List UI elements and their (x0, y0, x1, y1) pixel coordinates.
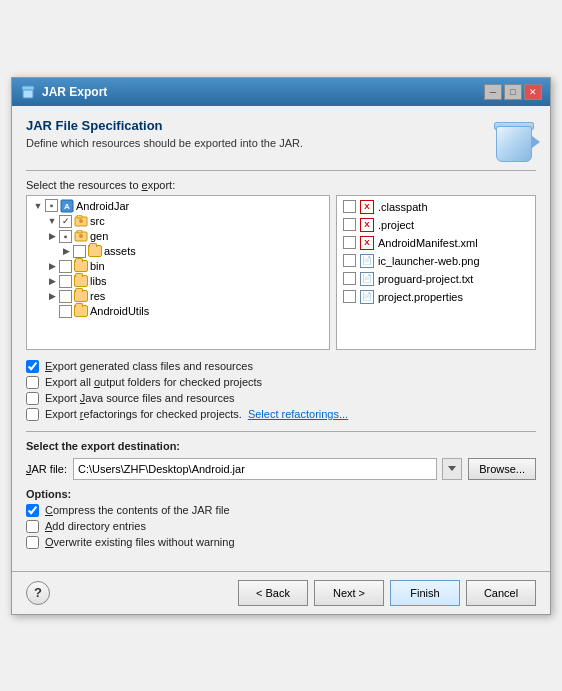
doc-icon-projectproperties: 📄 (360, 290, 374, 304)
label-res: res (90, 290, 105, 302)
checkbox-bin[interactable] (59, 260, 72, 273)
cancel-button[interactable]: Cancel (466, 580, 536, 606)
overwrite-checkbox[interactable] (26, 536, 39, 549)
overwrite-label: Overwrite existing files without warning (45, 536, 235, 548)
add-directory-label: Add directory entries (45, 520, 146, 532)
bottom-bar: ? < Back Next > Finish Cancel (12, 571, 550, 614)
export-java-checkbox[interactable] (26, 392, 39, 405)
minimize-button[interactable]: ─ (484, 84, 502, 100)
expand-androidjar[interactable]: ▼ (33, 201, 43, 211)
label-proguard: proguard-project.txt (378, 273, 473, 285)
checkbox-androidjar[interactable] (45, 199, 58, 212)
tree-item-libs[interactable]: ▶ libs (29, 274, 327, 289)
expand-bin[interactable]: ▶ (47, 261, 57, 271)
tree-item-res[interactable]: ▶ res (29, 289, 327, 304)
navigation-buttons: < Back Next > Finish Cancel (238, 580, 536, 606)
header-text: JAR File Specification Define which reso… (26, 118, 303, 159)
close-button[interactable]: ✕ (524, 84, 542, 100)
checkbox-gen[interactable] (59, 230, 72, 243)
compress-label: Compress the contents of the JAR file (45, 504, 230, 516)
checkbox-iclauncher[interactable] (343, 254, 356, 267)
folder-icon-assets (88, 245, 102, 257)
checkbox-assets[interactable] (73, 245, 86, 258)
expand-gen[interactable]: ▶ (47, 231, 57, 241)
jar-file-label: JAR file: (26, 463, 67, 475)
expand-src[interactable]: ▼ (47, 216, 57, 226)
file-item-androidmanifest[interactable]: X AndroidManifest.xml (339, 234, 533, 252)
jar-body (496, 126, 532, 162)
file-item-classpath[interactable]: X .classpath (339, 198, 533, 216)
destination-label: Select the export destination: (26, 440, 536, 452)
resources-label: Select the resources to export: (26, 179, 536, 191)
destination-row: JAR file: Browse... (26, 458, 536, 480)
finish-button[interactable]: Finish (390, 580, 460, 606)
export-output-checkbox[interactable] (26, 376, 39, 389)
label-androidutils: AndroidUtils (90, 305, 149, 317)
checkbox-libs[interactable] (59, 275, 72, 288)
export-options-section: Export generated class files and resourc… (26, 360, 536, 421)
checkbox-androidmanifest[interactable] (343, 236, 356, 249)
tree-item-androidutils[interactable]: AndroidUtils (29, 304, 327, 319)
expand-assets[interactable]: ▶ (61, 246, 71, 256)
tree-item-gen[interactable]: ▶ gen (29, 229, 327, 244)
file-item-projectproperties[interactable]: 📄 project.properties (339, 288, 533, 306)
back-button[interactable]: < Back (238, 580, 308, 606)
label-libs: libs (90, 275, 107, 287)
label-gen: gen (90, 230, 108, 242)
file-item-iclauncher[interactable]: 📄 ic_launcher-web.png (339, 252, 533, 270)
tree-item-assets[interactable]: ▶ assets (29, 244, 327, 259)
folder-icon-androidutils (74, 305, 88, 317)
compress-checkbox[interactable] (26, 504, 39, 517)
svg-rect-1 (22, 86, 34, 90)
window-title: JAR Export (42, 85, 107, 99)
export-output-label: Export all output folders for checked pr… (45, 376, 262, 388)
file-item-project[interactable]: X .project (339, 216, 533, 234)
xml-icon-project: X (360, 218, 374, 232)
checkbox-res[interactable] (59, 290, 72, 303)
jar-file-input[interactable] (73, 458, 437, 480)
expand-res[interactable]: ▶ (47, 291, 57, 301)
svg-text:A: A (64, 202, 70, 211)
options-label: Options: (26, 488, 536, 500)
dropdown-arrow-icon (448, 466, 456, 471)
content-area: JAR File Specification Define which reso… (12, 106, 550, 571)
export-output-row: Export all output folders for checked pr… (26, 376, 536, 389)
svg-point-9 (79, 234, 83, 238)
tree-item-src[interactable]: ▼ src (29, 214, 327, 229)
add-directory-checkbox[interactable] (26, 520, 39, 533)
tree-item-bin[interactable]: ▶ bin (29, 259, 327, 274)
file-item-proguard[interactable]: 📄 proguard-project.txt (339, 270, 533, 288)
checkbox-src[interactable] (59, 215, 72, 228)
svg-point-6 (79, 219, 83, 223)
select-refactorings-link[interactable]: Select refactorings... (248, 408, 348, 420)
expand-libs[interactable]: ▶ (47, 276, 57, 286)
label-androidjar: AndroidJar (76, 200, 129, 212)
folder-icon-libs (74, 275, 88, 287)
help-button[interactable]: ? (26, 581, 50, 605)
checkbox-proguard[interactable] (343, 272, 356, 285)
browse-button[interactable]: Browse... (468, 458, 536, 480)
folder-icon-bin (74, 260, 88, 272)
file-list-panel[interactable]: X .classpath X .project X AndroidManifes… (336, 195, 536, 350)
checkbox-project[interactable] (343, 218, 356, 231)
expand-androidutils[interactable] (47, 306, 57, 316)
export-refactoring-checkbox[interactable] (26, 408, 39, 421)
label-iclauncher: ic_launcher-web.png (378, 255, 480, 267)
section-title: JAR File Specification (26, 118, 303, 133)
tree-item-androidjar[interactable]: ▼ A AndroidJar (29, 198, 327, 214)
export-refactoring-label: Export refactorings for checked projects… (45, 408, 242, 420)
file-tree-panel[interactable]: ▼ A AndroidJar ▼ (26, 195, 330, 350)
maximize-button[interactable]: □ (504, 84, 522, 100)
jar-dropdown-button[interactable] (442, 458, 462, 480)
compress-row: Compress the contents of the JAR file (26, 504, 536, 517)
folder-icon-res (74, 290, 88, 302)
checkbox-projectproperties[interactable] (343, 290, 356, 303)
checkbox-classpath[interactable] (343, 200, 356, 213)
add-dir-row: Add directory entries (26, 520, 536, 533)
xml-icon-classpath: X (360, 200, 374, 214)
label-bin: bin (90, 260, 105, 272)
jar-options-section: Options: Compress the contents of the JA… (26, 488, 536, 549)
next-button[interactable]: Next > (314, 580, 384, 606)
export-class-checkbox[interactable] (26, 360, 39, 373)
checkbox-androidutils[interactable] (59, 305, 72, 318)
